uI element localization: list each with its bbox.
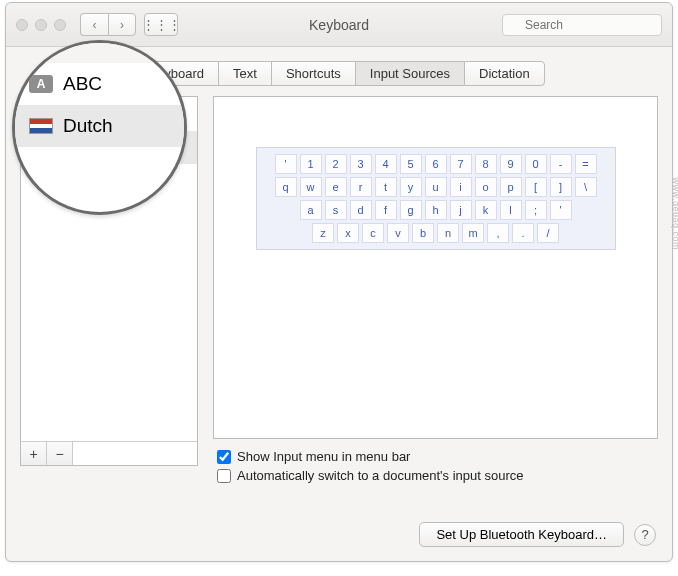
add-remove-bar: + − bbox=[21, 441, 197, 465]
key: c bbox=[362, 223, 384, 243]
nl-flag-icon bbox=[31, 140, 55, 156]
back-button[interactable]: ‹ bbox=[80, 13, 108, 36]
help-button[interactable]: ? bbox=[634, 524, 656, 546]
show-input-menu-checkbox[interactable] bbox=[217, 450, 231, 464]
key: u bbox=[425, 177, 447, 197]
key: k bbox=[475, 200, 497, 220]
key: b bbox=[412, 223, 434, 243]
key: ' bbox=[550, 200, 572, 220]
key: q bbox=[275, 177, 297, 197]
right-pane: '1234567890-= qwertyuiop[]\ asdfghjkl;' … bbox=[213, 96, 658, 483]
key: g bbox=[400, 200, 422, 220]
preferences-window: ‹ › ⋮⋮⋮ Keyboard ⌕ Keyboard Text Shortcu… bbox=[5, 2, 673, 562]
show-input-menu-label: Show Input menu in menu bar bbox=[237, 449, 410, 464]
key: = bbox=[575, 154, 597, 174]
key: a bbox=[300, 200, 322, 220]
key: ] bbox=[550, 177, 572, 197]
key: . bbox=[512, 223, 534, 243]
key: 6 bbox=[425, 154, 447, 174]
footer: Set Up Bluetooth Keyboard… ? bbox=[419, 522, 656, 547]
show-all-button[interactable]: ⋮⋮⋮ bbox=[144, 13, 178, 36]
source-label: Dutch bbox=[65, 139, 104, 156]
forward-button[interactable]: › bbox=[108, 13, 136, 36]
key: - bbox=[550, 154, 572, 174]
key: f bbox=[375, 200, 397, 220]
tab-text[interactable]: Text bbox=[218, 61, 271, 86]
remove-source-button[interactable]: − bbox=[47, 442, 73, 465]
key: 0 bbox=[525, 154, 547, 174]
tab-bar: Keyboard Text Shortcuts Input Sources Di… bbox=[6, 61, 672, 86]
key: t bbox=[375, 177, 397, 197]
key: m bbox=[462, 223, 484, 243]
key: w bbox=[300, 177, 322, 197]
abc-badge-icon: A bbox=[31, 105, 55, 123]
key: [ bbox=[525, 177, 547, 197]
key: v bbox=[387, 223, 409, 243]
watermark: www.deuaq.com bbox=[671, 177, 678, 250]
key: \ bbox=[575, 177, 597, 197]
search-input[interactable] bbox=[502, 14, 662, 36]
key: l bbox=[500, 200, 522, 220]
titlebar: ‹ › ⋮⋮⋮ Keyboard ⌕ bbox=[6, 3, 672, 47]
source-label: ABC bbox=[65, 106, 96, 123]
key: 5 bbox=[400, 154, 422, 174]
key: d bbox=[350, 200, 372, 220]
key: 1 bbox=[300, 154, 322, 174]
tab-keyboard[interactable]: Keyboard bbox=[133, 61, 218, 86]
key: ; bbox=[525, 200, 547, 220]
auto-switch-option[interactable]: Automatically switch to a document's inp… bbox=[217, 468, 658, 483]
key: e bbox=[325, 177, 347, 197]
key: p bbox=[500, 177, 522, 197]
zoom-traffic-light[interactable] bbox=[54, 19, 66, 31]
input-source-list[interactable]: A ABC Dutch bbox=[21, 97, 197, 441]
add-source-button[interactable]: + bbox=[21, 442, 47, 465]
key: z bbox=[312, 223, 334, 243]
key: 4 bbox=[375, 154, 397, 174]
bluetooth-keyboard-button[interactable]: Set Up Bluetooth Keyboard… bbox=[419, 522, 624, 547]
close-traffic-light[interactable] bbox=[16, 19, 28, 31]
minimize-traffic-light[interactable] bbox=[35, 19, 47, 31]
key: 7 bbox=[450, 154, 472, 174]
auto-switch-checkbox[interactable] bbox=[217, 469, 231, 483]
key: 3 bbox=[350, 154, 372, 174]
input-source-sidebar: A ABC Dutch + − bbox=[20, 96, 198, 466]
tab-dictation[interactable]: Dictation bbox=[464, 61, 545, 86]
show-input-menu-option[interactable]: Show Input menu in menu bar bbox=[217, 449, 658, 464]
key: 8 bbox=[475, 154, 497, 174]
key: i bbox=[450, 177, 472, 197]
key: 2 bbox=[325, 154, 347, 174]
key: s bbox=[325, 200, 347, 220]
auto-switch-label: Automatically switch to a document's inp… bbox=[237, 468, 523, 483]
key: j bbox=[450, 200, 472, 220]
key: , bbox=[487, 223, 509, 243]
key: r bbox=[350, 177, 372, 197]
keyboard-layout: '1234567890-= qwertyuiop[]\ asdfghjkl;' … bbox=[256, 147, 616, 250]
key: 9 bbox=[500, 154, 522, 174]
key: / bbox=[537, 223, 559, 243]
tab-input-sources[interactable]: Input Sources bbox=[355, 61, 464, 86]
source-abc[interactable]: A ABC bbox=[21, 97, 197, 131]
key: h bbox=[425, 200, 447, 220]
window-controls bbox=[16, 19, 66, 31]
tab-shortcuts[interactable]: Shortcuts bbox=[271, 61, 355, 86]
nav-segment: ‹ › bbox=[80, 13, 136, 36]
source-dutch[interactable]: Dutch bbox=[21, 131, 197, 164]
key: x bbox=[337, 223, 359, 243]
key: n bbox=[437, 223, 459, 243]
layout-preview: '1234567890-= qwertyuiop[]\ asdfghjkl;' … bbox=[213, 96, 658, 439]
key: ' bbox=[275, 154, 297, 174]
key: y bbox=[400, 177, 422, 197]
options: Show Input menu in menu bar Automaticall… bbox=[213, 449, 658, 483]
key: o bbox=[475, 177, 497, 197]
content-area: A ABC Dutch + − '1234567890-= qwertyuiop… bbox=[6, 86, 672, 483]
